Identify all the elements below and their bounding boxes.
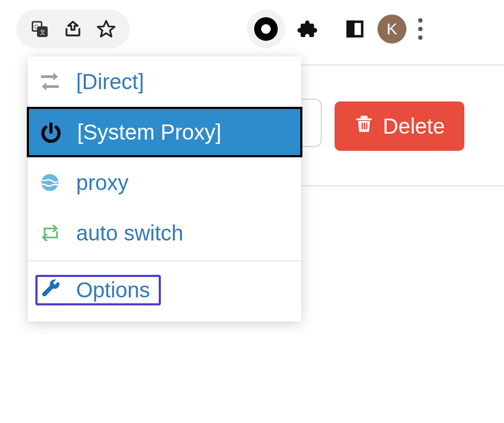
kebab-menu-icon[interactable] [414, 14, 427, 44]
menu-item-direct[interactable]: [Direct] [28, 56, 301, 107]
svg-marker-4 [98, 21, 115, 37]
menu-item-proxy[interactable]: proxy [28, 157, 301, 208]
menu-item-options[interactable]: Options [28, 265, 301, 315]
svg-rect-7 [361, 122, 363, 129]
svg-text:文: 文 [40, 29, 46, 35]
trash-icon [354, 114, 374, 138]
switchyomega-icon[interactable] [247, 10, 285, 48]
menu-item-system-proxy[interactable]: [System Proxy] [27, 107, 302, 157]
menu-item-label: auto switch [76, 221, 183, 245]
svg-rect-6 [348, 22, 354, 37]
delete-button[interactable]: Delete [335, 101, 464, 151]
profile-avatar[interactable]: K [377, 14, 406, 43]
options-label: Options [76, 278, 150, 302]
divider [300, 185, 504, 186]
share-icon[interactable] [60, 16, 86, 42]
divider [300, 64, 504, 65]
sidepanel-icon[interactable] [340, 14, 370, 44]
avatar-initial: K [387, 20, 397, 38]
address-bar-actions: G 文 [16, 10, 130, 48]
svg-rect-8 [364, 122, 366, 129]
svg-text:G: G [34, 24, 39, 30]
power-icon [40, 121, 62, 143]
proxy-switcher-popup: [Direct] [System Proxy] proxy au [28, 56, 301, 322]
menu-item-label: proxy [76, 171, 129, 195]
browser-toolbar-right: K [247, 10, 427, 48]
translate-icon[interactable]: G 文 [27, 16, 53, 42]
menu-item-auto-switch[interactable]: auto switch [28, 208, 301, 258]
direct-icon [39, 72, 61, 91]
retweet-icon [39, 224, 61, 242]
globe-icon [39, 172, 61, 193]
svg-rect-9 [366, 122, 368, 129]
input-fragment[interactable] [300, 99, 322, 147]
star-icon[interactable] [93, 16, 119, 42]
wrench-icon [41, 279, 61, 301]
menu-item-label: [Direct] [76, 70, 144, 94]
separator [28, 260, 301, 261]
delete-label: Delete [383, 114, 445, 138]
extensions-icon[interactable] [293, 10, 323, 48]
menu-item-label: [System Proxy] [77, 120, 221, 144]
